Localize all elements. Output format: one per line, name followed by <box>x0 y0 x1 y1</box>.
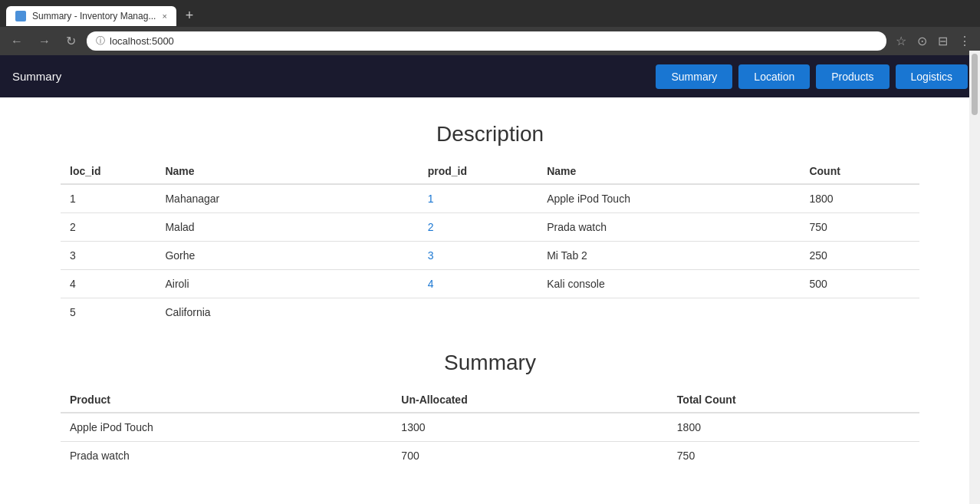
cell-count <box>800 298 919 327</box>
scrollbar-thumb[interactable] <box>972 54 978 115</box>
summary-table-header: Product Un-Allocated Total Count <box>61 387 919 413</box>
cell-prod-name: Kali console <box>538 270 800 298</box>
summary-title: Summary <box>61 351 919 375</box>
tab-close-button[interactable]: × <box>162 12 166 21</box>
cell-loc-id: 2 <box>61 213 156 242</box>
col-unallocated: Un-Allocated <box>392 387 667 413</box>
cell-prod-id[interactable]: 3 <box>419 242 538 270</box>
forward-button[interactable]: → <box>34 33 55 50</box>
cell-unallocated: 1300 <box>392 413 667 442</box>
cell-total: 750 <box>668 442 919 470</box>
cell-loc-name: Malad <box>156 213 418 242</box>
col-product: Product <box>61 387 392 413</box>
description-table-row: 3Gorhe3Mi Tab 2250 <box>61 242 919 270</box>
description-table-header: loc_id Name prod_id Name Count <box>61 159 919 184</box>
url-lock-icon: ⓘ <box>96 35 105 48</box>
tab-bar: Summary - Inventory Manag... × + <box>6 5 974 27</box>
cell-prod-id[interactable]: 4 <box>419 270 538 298</box>
col-prod-id: prod_id <box>419 159 538 184</box>
cell-count: 1800 <box>800 184 919 213</box>
cell-prod-id[interactable]: 2 <box>419 213 538 242</box>
bookmark-icon[interactable]: ☆ <box>893 32 909 50</box>
cell-count: 750 <box>800 213 919 242</box>
summary-table-row: Prada watch700750 <box>61 442 919 470</box>
cell-loc-id: 4 <box>61 270 156 298</box>
cell-loc-name: Mahanagar <box>156 184 418 213</box>
cell-prod-name: Mi Tab 2 <box>538 242 800 270</box>
cell-prod-id[interactable]: 1 <box>419 184 538 213</box>
main-content: Description loc_id Name prod_id Name Cou… <box>30 97 950 504</box>
url-text: localhost:5000 <box>110 35 174 47</box>
summary-table-row: Apple iPod Touch13001800 <box>61 413 919 442</box>
menu-icon-2[interactable]: ⊟ <box>935 32 951 50</box>
new-tab-button[interactable]: + <box>179 5 200 27</box>
description-table-row: 2Malad2Prada watch750 <box>61 213 919 242</box>
cell-prod-name: Prada watch <box>538 213 800 242</box>
address-bar-actions: ☆ ⊙ ⊟ ⋮ <box>893 32 974 50</box>
tab-title: Summary - Inventory Manag... <box>32 11 156 21</box>
cell-loc-name: California <box>156 298 418 327</box>
nav-location-button[interactable]: Location <box>738 64 810 89</box>
cell-loc-name: Airoli <box>156 270 418 298</box>
nav-products-button[interactable]: Products <box>816 64 889 89</box>
cell-prod-name <box>538 298 800 327</box>
cell-loc-id: 1 <box>61 184 156 213</box>
scrollbar[interactable] <box>969 51 980 504</box>
menu-icon-1[interactable]: ⊙ <box>914 32 930 50</box>
cell-prod-id <box>419 298 538 327</box>
cell-loc-id: 3 <box>61 242 156 270</box>
tab-favicon <box>15 11 26 21</box>
col-prod-name: Name <box>538 159 800 184</box>
app-brand: Summary <box>12 70 61 83</box>
active-tab[interactable]: Summary - Inventory Manag... × <box>6 6 176 26</box>
nav-buttons: Summary Location Products Logistics <box>656 64 968 89</box>
reload-button[interactable]: ↻ <box>61 32 81 50</box>
address-bar: ← → ↻ ⓘ localhost:5000 ☆ ⊙ ⊟ ⋮ <box>0 27 980 55</box>
summary-table: Product Un-Allocated Total Count Apple i… <box>61 387 919 469</box>
cell-total: 1800 <box>668 413 919 442</box>
cell-prod-name: Apple iPod Touch <box>538 184 800 213</box>
nav-summary-button[interactable]: Summary <box>656 64 732 89</box>
description-table-row: 5California <box>61 298 919 327</box>
cell-count: 500 <box>800 270 919 298</box>
cell-count: 250 <box>800 242 919 270</box>
back-button[interactable]: ← <box>6 33 28 50</box>
col-total-count: Total Count <box>668 387 919 413</box>
cell-unallocated: 700 <box>392 442 667 470</box>
app-nav: Summary Summary Location Products Logist… <box>0 55 980 97</box>
cell-product: Prada watch <box>61 442 392 470</box>
cell-loc-id: 5 <box>61 298 156 327</box>
url-bar[interactable]: ⓘ localhost:5000 <box>87 31 886 51</box>
col-loc-id: loc_id <box>61 159 156 184</box>
description-table-row: 1Mahanagar1Apple iPod Touch1800 <box>61 184 919 213</box>
more-options-icon[interactable]: ⋮ <box>955 32 974 50</box>
nav-logistics-button[interactable]: Logistics <box>896 64 968 89</box>
browser-chrome: Summary - Inventory Manag... × + <box>0 0 980 27</box>
description-table-row: 4Airoli4Kali console500 <box>61 270 919 298</box>
col-count: Count <box>800 159 919 184</box>
col-loc-name: Name <box>156 159 418 184</box>
description-title: Description <box>61 122 919 147</box>
cell-loc-name: Gorhe <box>156 242 418 270</box>
description-table: loc_id Name prod_id Name Count 1Mahanaga… <box>61 159 919 326</box>
cell-product: Apple iPod Touch <box>61 413 392 442</box>
